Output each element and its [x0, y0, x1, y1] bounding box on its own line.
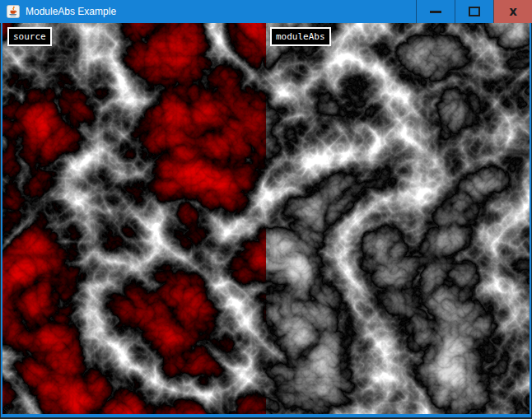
close-icon: x	[509, 6, 517, 18]
window-title: ModuleAbs Example	[26, 6, 116, 17]
close-button[interactable]: x	[493, 0, 532, 23]
render-area: source moduleAbs	[2, 23, 530, 414]
maximize-icon	[469, 7, 480, 16]
java-coffee-cup-icon	[7, 5, 20, 18]
moduleabs-label: moduleAbs	[270, 27, 331, 46]
window-controls: x	[416, 0, 532, 23]
app-window: ModuleAbs Example x source moduleAbs	[0, 0, 532, 419]
minimize-button[interactable]	[416, 0, 455, 23]
maximize-button[interactable]	[455, 0, 493, 23]
noise-canvas	[2, 23, 530, 414]
titlebar[interactable]: ModuleAbs Example x	[0, 0, 532, 23]
minimize-icon	[430, 11, 441, 13]
source-label: source	[7, 27, 52, 46]
